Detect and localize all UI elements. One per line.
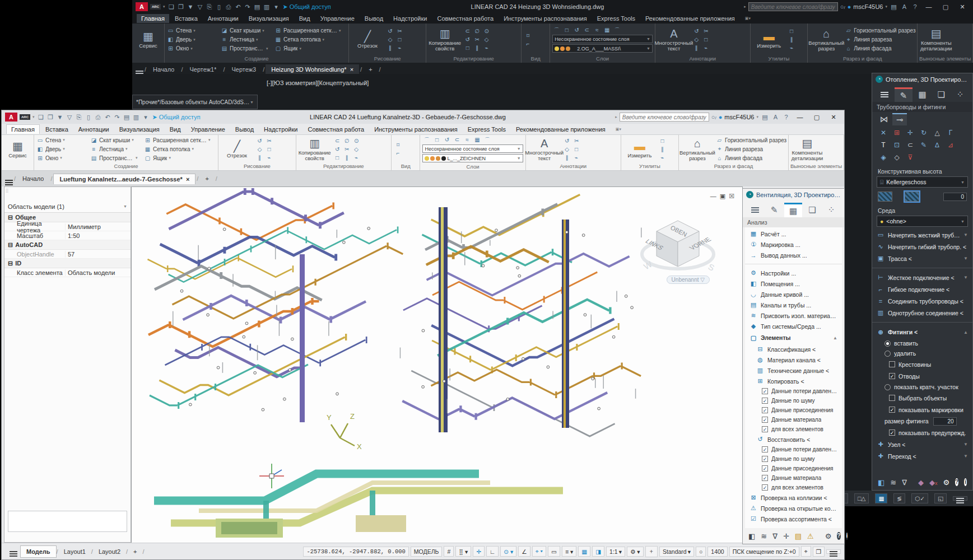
- vent-calc-tab[interactable]: ▦: [784, 203, 802, 217]
- tool-icon[interactable]: □: [788, 27, 796, 35]
- hardware-accel-icon[interactable]: ≶: [893, 493, 905, 503]
- drawing-canvas[interactable]: YZX —▣☒ W S OBEN LINKS VORNE Unbenannt ▽: [131, 186, 743, 544]
- ucs-offset-label[interactable]: ПСК смещение по Z:+0: [729, 547, 799, 557]
- create-item-Пространство[interactable]: ▤Пространство▾: [221, 45, 272, 53]
- property-section-ID[interactable]: ⊟ID: [4, 259, 131, 268]
- match-properties-button[interactable]: ▥Копирование свойств: [299, 137, 331, 161]
- menu-tab-4[interactable]: Визуализация: [244, 14, 294, 23]
- bg-restore-button[interactable]: ▢: [938, 3, 953, 11]
- checkbox-icon[interactable]: ✓: [762, 446, 768, 452]
- sheet-set-icon[interactable]: ▤: [123, 113, 131, 122]
- app-store-icon[interactable]: ▤: [890, 3, 898, 11]
- menu-tab-10[interactable]: Инструменты распознавания: [499, 14, 592, 23]
- heat-menu-tab[interactable]: [876, 87, 893, 102]
- ortho-icon[interactable]: ✛: [473, 546, 485, 557]
- service-button[interactable]: ▦Сервис: [4, 140, 31, 158]
- mobile-icon[interactable]: ▯: [85, 113, 93, 122]
- pipe-tool-icon[interactable]: ◇: [891, 153, 902, 164]
- create-item-Стена[interactable]: ▭Стена▾: [167, 27, 218, 35]
- tool-icon[interactable]: ↺: [692, 27, 701, 35]
- panel-item[interactable]: ▣Трасса <▼: [872, 253, 972, 264]
- layer-state-combo[interactable]: Несохраненное состояние слоя▼: [422, 144, 523, 153]
- layer-tool-icon[interactable]: ⌒: [552, 26, 561, 34]
- panel-item[interactable]: ☑Проверка ассортимента <: [745, 514, 842, 524]
- panel-item[interactable]: ⚙Настройки ...: [745, 268, 842, 278]
- file-tab-2[interactable]: Чертеж1*: [184, 64, 222, 74]
- create-item-Ящик[interactable]: ▢Ящик▾: [274, 45, 346, 53]
- palette-dock-icon[interactable]: ◧: [878, 478, 884, 487]
- layer-tool-icon[interactable]: □: [562, 26, 571, 34]
- layer-tool-icon[interactable]: ≈: [593, 26, 601, 34]
- workspace-dropdown-icon[interactable]: ▾: [32, 115, 35, 119]
- isolate-objects-icon[interactable]: □△: [854, 493, 869, 503]
- search-icon[interactable]: ○/: [840, 3, 845, 10]
- panel-item[interactable]: →Вывод данных ...: [745, 250, 842, 260]
- bg-viewport-label[interactable]: [-][ЮЗ изометрия][Концептуальный]: [267, 80, 369, 86]
- layer-tool-icon[interactable]: ▦: [473, 136, 481, 143]
- ribbon-display-toggle-icon[interactable]: ▣▾: [611, 126, 626, 133]
- fg-close-button[interactable]: ✕: [826, 114, 841, 121]
- layer-tool-icon[interactable]: ↺: [572, 26, 581, 34]
- panel-item[interactable]: ▥Технические данные <: [745, 365, 842, 376]
- vent-palette-title[interactable]: ◔ Вентиляция, 3D Проектирование моде: [743, 189, 844, 200]
- hatch-top-icon[interactable]: [905, 192, 919, 202]
- tool-icon[interactable]: ∥: [692, 44, 701, 52]
- sheet-set-icon[interactable]: ▤: [253, 3, 262, 11]
- tool-icon[interactable]: ◇: [352, 146, 361, 153]
- object-selector[interactable]: Область модели (1)▼: [4, 200, 131, 213]
- panel-item[interactable]: =Соединить трубопроводы <: [872, 295, 972, 307]
- user-dropdown-icon[interactable]: ▾: [756, 115, 758, 119]
- tool-icon[interactable]: ∥: [563, 154, 571, 161]
- redo-icon[interactable]: ↷: [113, 113, 122, 122]
- radio-item[interactable]: вставить: [872, 338, 972, 348]
- new-tab-button[interactable]: +: [363, 64, 378, 74]
- grid-display-icon[interactable]: ▦: [875, 493, 887, 503]
- layer-tool-icon[interactable]: ⌒: [422, 136, 431, 143]
- menu-tab-7[interactable]: Вывод: [360, 14, 388, 23]
- help-icon[interactable]: ?: [837, 532, 840, 540]
- tool-icon[interactable]: □: [333, 154, 342, 161]
- tool-icon[interactable]: ✂: [702, 27, 710, 35]
- panel-item[interactable]: ◆Тип системы/Среда ...: [745, 321, 842, 332]
- layer-remove-icon[interactable]: ◆x: [929, 478, 938, 487]
- checkbox-icon[interactable]: ✓: [762, 426, 768, 432]
- selection-icon[interactable]: ▦: [578, 546, 590, 557]
- pipe-tool-icon[interactable]: Γ: [945, 129, 956, 139]
- layout-tab-Layout2[interactable]: Layout2: [93, 546, 126, 557]
- section-item-Линия разреза[interactable]: ⌖Линия разреза: [845, 36, 915, 44]
- property-section-AutoCAD[interactable]: ⊟AutoCAD: [4, 240, 131, 250]
- layer-prev-icon[interactable]: ▥: [263, 3, 271, 11]
- checkbox-item[interactable]: ✓Данные по шуму: [745, 396, 842, 405]
- crosshair-icon[interactable]: ⌖: [801, 546, 811, 557]
- gear-icon[interactable]: ⚙: [825, 532, 832, 540]
- menu-tab-11[interactable]: Express Tools: [463, 125, 510, 134]
- create-item-Расширенная сетка колонн[interactable]: ⊞Расширенная сетка колонн▾: [144, 136, 216, 144]
- panel-item[interactable]: ✚Переход <▼: [872, 450, 972, 462]
- menu-tab-6[interactable]: Управление: [316, 14, 359, 23]
- save-as-icon[interactable]: ▽: [66, 113, 74, 122]
- user-dropdown-icon[interactable]: ▾: [885, 4, 887, 9]
- create-item-Пространство[interactable]: ▤Пространство▾: [90, 154, 142, 162]
- create-item-Стена[interactable]: ▭Стена▾: [36, 136, 88, 144]
- search-expand-icon[interactable]: ▸: [615, 115, 617, 119]
- arc-workspace-icon[interactable]: ARC: [150, 4, 161, 10]
- panel-item[interactable]: ◡Данные кривой ...: [745, 289, 842, 300]
- fg-user-name[interactable]: mscF45U6: [724, 114, 754, 120]
- layer-state-combo[interactable]: Несохраненное состояние слоя▼: [552, 35, 653, 43]
- panel-item[interactable]: ✚Узел <▼: [872, 438, 972, 450]
- tool-icon[interactable]: □: [395, 36, 404, 43]
- app-store-icon[interactable]: ▤: [761, 113, 769, 122]
- panel-item[interactable]: ▤Каналы и трубы ...: [745, 300, 842, 310]
- add-scale-icon[interactable]: ＋: [645, 546, 658, 557]
- vent-select-tab[interactable]: ⁘: [822, 203, 840, 217]
- service-button[interactable]: ▦Сервис: [134, 30, 162, 49]
- autodesk-a-icon[interactable]: A: [771, 113, 780, 122]
- view-cube[interactable]: W S OBEN LINKS VORNE: [636, 211, 720, 283]
- heat-page-tab[interactable]: ❏: [932, 87, 950, 102]
- annotation-monitor-icon[interactable]: ⬡✓: [911, 493, 928, 503]
- bg-user-name[interactable]: mscF45U6: [853, 3, 883, 10]
- layout-tab-Layout1[interactable]: Layout1: [58, 546, 91, 557]
- view-name-pill[interactable]: Unbenannt ▽: [667, 276, 710, 284]
- pipe-tool-icon[interactable]: T: [878, 141, 889, 151]
- palette-grip-icon[interactable]: ⁞⁞: [6, 188, 8, 194]
